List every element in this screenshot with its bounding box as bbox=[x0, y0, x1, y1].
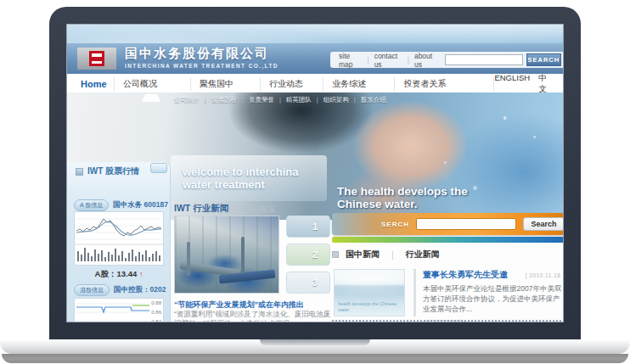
center-news-header: IWT 行业新闻 | NEWS bbox=[174, 203, 334, 215]
stock-section-icon bbox=[76, 168, 83, 176]
welcome-line1: welcome to interchina bbox=[183, 165, 299, 178]
logo-red-square-icon bbox=[89, 51, 104, 66]
sidebar-corner-button[interactable] bbox=[150, 163, 167, 173]
hero-headline: The health develops the Chinese water. bbox=[337, 186, 549, 211]
subnav-separator: | bbox=[317, 96, 318, 104]
hk-share-name: 国中控股：0202 bbox=[114, 285, 166, 295]
a-share-price-row: A股：13.44 ↑ bbox=[67, 269, 171, 280]
hk-share-chart: 0.88 0.86 0.84 bbox=[74, 298, 164, 322]
subnav-item[interactable]: 公司简介 bbox=[174, 96, 200, 104]
hero-search-input[interactable] bbox=[416, 218, 516, 230]
lang-chinese[interactable]: 中文 bbox=[538, 73, 553, 95]
website-screen: 国中水务股份有限公司 INTERCHINA WATER TREATMENT CO… bbox=[66, 24, 564, 322]
thumbnail-caption: health develops the Chinese water. bbox=[338, 301, 397, 313]
center-news-column: IWT 行业新闻 | NEWS 1 2 3 “节能环保产业发展规划”或在年内推出… bbox=[174, 203, 334, 322]
subnav-separator: | bbox=[279, 96, 281, 104]
nav-item-focus[interactable]: 聚焦国中 bbox=[191, 77, 261, 91]
headline-line1: The health develops the bbox=[337, 185, 468, 198]
subnav-separator: | bbox=[242, 96, 244, 104]
right-news-content: 董事长朱勇军先生受邀 [ 2010.11.18 ] 本届中美环保产业论坛是根据2… bbox=[423, 269, 564, 322]
hero-search-button[interactable]: Search bbox=[523, 217, 564, 231]
subnav-item[interactable]: 组织架构 bbox=[323, 96, 349, 104]
subnav-item[interactable]: 发展历程 bbox=[211, 96, 237, 104]
a-share-chart bbox=[74, 211, 164, 266]
hk-share-row: 港股信息 国中控股：0202 bbox=[74, 284, 166, 296]
company-name-cn: 国中水务股份有限公司 bbox=[125, 46, 278, 62]
right-news-tabs: 国中新闻 | 行业新闻 bbox=[332, 249, 564, 260]
hk-share-badge[interactable]: 港股信息 bbox=[74, 284, 110, 296]
vertical-divider bbox=[413, 269, 416, 316]
header-search-button[interactable]: SEARCH bbox=[526, 53, 561, 66]
a-share-price: 13.44 bbox=[116, 269, 137, 278]
sky-banner bbox=[67, 25, 564, 43]
subnav-item[interactable]: 精英团队 bbox=[286, 96, 312, 104]
header-search-input[interactable] bbox=[445, 54, 523, 65]
hero-search-bar: SERCH Search bbox=[332, 213, 564, 235]
news-pager: 1 2 3 bbox=[286, 216, 332, 300]
laptop-shadow bbox=[2, 354, 628, 363]
company-logo-icon[interactable] bbox=[77, 48, 116, 70]
main-nav: Home 公司概况 聚焦国中 行业动态 业务综述 投资者关系 ENGLISH 中… bbox=[67, 74, 564, 94]
right-news-item: health develops the Chinese water. 董事长朱勇… bbox=[334, 269, 564, 322]
center-news-separator: | bbox=[234, 204, 237, 214]
right-article-title[interactable]: 董事长朱勇军先生受邀 bbox=[423, 269, 508, 281]
water-plant-photo[interactable] bbox=[174, 216, 279, 294]
tab-industry-news[interactable]: 行业新闻 bbox=[406, 249, 440, 260]
link-contact-us[interactable]: contact us bbox=[374, 52, 402, 69]
pager-button-1[interactable]: 1 bbox=[286, 216, 330, 238]
a-share-price-label: A股： bbox=[95, 269, 117, 278]
nav-item-business[interactable]: 业务综述 bbox=[323, 77, 395, 91]
subnav-separator: | bbox=[354, 96, 356, 104]
sidebar-header: IWT 股票行情 bbox=[76, 165, 139, 177]
hk-axis-tick-mid: 0.86 bbox=[151, 310, 161, 315]
nav-item-industry-news[interactable]: 行业动态 bbox=[261, 77, 323, 91]
a-share-row: A 股信息 国中水务 600187 bbox=[74, 199, 168, 211]
link-site-map[interactable]: site map bbox=[339, 52, 362, 69]
welcome-box: welcome to interchina water treatment bbox=[171, 155, 327, 201]
subnav-separator: | bbox=[205, 96, 206, 104]
utility-separator: | bbox=[367, 56, 368, 64]
dotted-separator bbox=[332, 320, 564, 322]
lang-english[interactable]: ENGLISH bbox=[494, 73, 530, 95]
brand-block: 国中水务股份有限公司 INTERCHINA WATER TREATMENT CO… bbox=[125, 46, 278, 69]
ladder-shape bbox=[241, 237, 245, 274]
welcome-line2: water treatment bbox=[183, 178, 265, 191]
site-header: 国中水务股份有限公司 INTERCHINA WATER TREATMENT CO… bbox=[67, 43, 564, 74]
a-share-name: 国中水务 600187 bbox=[113, 200, 168, 210]
dropdown-subnav: 公司简介 | 发展历程 | 资质荣誉 | 精英团队 | 组织架构 | 股东介绍 bbox=[174, 94, 429, 105]
news-thumbnail[interactable]: health develops the Chinese water. bbox=[334, 269, 405, 316]
tab-company-news[interactable]: 国中新闻 bbox=[346, 249, 380, 260]
nav-item-home[interactable]: Home bbox=[67, 77, 115, 91]
laptop-mockup: 国中水务股份有限公司 INTERCHINA WATER TREATMENT CO… bbox=[0, 0, 630, 364]
laptop-base-notch bbox=[260, 339, 370, 345]
hk-axis-tick-bot: 0.84 bbox=[151, 319, 161, 322]
hk-axis-tick-top: 0.88 bbox=[151, 300, 161, 305]
nav-item-investor-relations[interactable]: 投资者关系 bbox=[395, 77, 494, 91]
nav-item-company-profile[interactable]: 公司概况 bbox=[115, 77, 191, 91]
pager-button-3[interactable]: 3 bbox=[286, 272, 330, 294]
subnav-item[interactable]: 资质荣誉 bbox=[249, 96, 274, 104]
right-news-column: 国中新闻 | 行业新闻 health develops the Chinese … bbox=[332, 249, 564, 322]
language-switch: ENGLISH 中文 bbox=[494, 73, 564, 95]
a-share-badge[interactable]: A 股信息 bbox=[74, 199, 109, 211]
ladder-shape bbox=[187, 242, 190, 276]
price-up-arrow-icon: ↑ bbox=[139, 270, 143, 278]
center-article-body: “资源重利用”领域则涉及了海水淡化、废旧电池废旧塑料、秸秆压块、人造板技术概况.… bbox=[174, 310, 332, 322]
gradient-divider-strip bbox=[332, 237, 564, 243]
stock-section-title: IWT 股票行情 bbox=[87, 165, 139, 177]
link-about-us[interactable]: about us bbox=[414, 52, 438, 69]
a-share-chart-svg bbox=[75, 212, 163, 265]
subnav-item[interactable]: 股东介绍 bbox=[361, 96, 386, 104]
center-news-title: IWT 行业新闻 bbox=[174, 203, 228, 215]
hk-share-chart-svg bbox=[75, 299, 163, 322]
hero-search-label: SERCH bbox=[381, 221, 409, 228]
stock-sidebar: IWT 股票行情 A 股信息 国中水务 600187 bbox=[67, 162, 171, 322]
welcome-text: welcome to interchina water treatment bbox=[183, 166, 318, 192]
utility-separator: | bbox=[408, 56, 409, 64]
utility-bar: site map | contact us | about us SEARCH bbox=[330, 52, 564, 68]
tab-separator: | bbox=[391, 250, 394, 260]
right-article-body: 本届中美环保产业论坛是根据2007年中美双方签订的环境合作协议，为促进中美环保产… bbox=[423, 284, 564, 315]
pager-button-2[interactable]: 2 bbox=[286, 244, 330, 266]
right-article-title-row: 董事长朱勇军先生受邀 [ 2010.11.18 ] bbox=[423, 269, 564, 281]
center-news-subtitle: NEWS bbox=[243, 204, 277, 214]
